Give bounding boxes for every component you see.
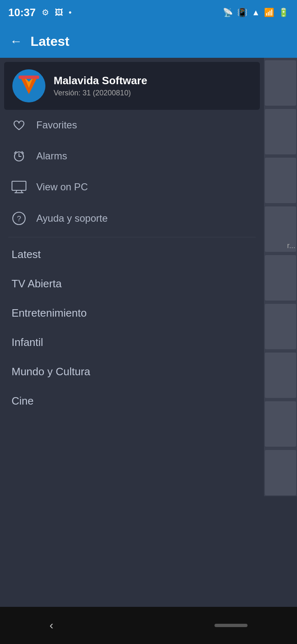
- thumb-text: r...: [287, 242, 295, 250]
- view-on-pc-label: View on PC: [36, 181, 88, 193]
- nav-home-indicator[interactable]: [214, 624, 248, 627]
- content-thumb-8: [265, 401, 296, 447]
- avatar: [12, 69, 45, 102]
- content-thumb-3: [265, 158, 296, 203]
- profile-name: Malavida Software: [54, 74, 252, 87]
- content-thumb-5: [265, 255, 296, 301]
- profile-version: Versión: 31 (20200810): [54, 89, 252, 97]
- svg-rect-3: [19, 76, 39, 79]
- category-infantil-label: Infantil: [12, 336, 43, 348]
- content-thumb-6: [265, 304, 296, 349]
- status-bar: 10:37 ⚙ 🖼 • 📡 📳 ▲ 📶 🔋: [0, 0, 297, 25]
- category-item-cine[interactable]: Cine: [0, 386, 264, 416]
- heart-icon: [12, 119, 26, 131]
- help-label: Ayuda y soporte: [36, 213, 108, 224]
- back-button[interactable]: ←: [10, 34, 22, 48]
- menu-item-view-on-pc[interactable]: View on PC: [0, 172, 264, 202]
- profile-info: Malavida Software Versión: 31 (20200810): [54, 74, 252, 97]
- category-item-entretenimiento[interactable]: Entretenimiento: [0, 298, 264, 328]
- monitor-icon: [12, 181, 26, 193]
- category-item-latest[interactable]: Latest: [0, 240, 264, 269]
- menu-item-help[interactable]: ? Ayuda y soporte: [0, 202, 264, 234]
- bottom-nav: ‹: [0, 607, 297, 644]
- content-preview-panel: r...: [264, 58, 297, 496]
- menu-divider: [8, 237, 256, 237]
- content-thumb-9: [265, 450, 296, 495]
- content-thumb-1: [265, 60, 296, 106]
- settings-icon: ⚙: [42, 7, 49, 17]
- menu-panel: Malavida Software Versión: 31 (20200810)…: [0, 58, 264, 496]
- category-latest-label: Latest: [12, 248, 41, 260]
- category-cine-label: Cine: [12, 395, 33, 407]
- nav-back-button[interactable]: ‹: [50, 619, 53, 632]
- page-title: Latest: [31, 34, 69, 49]
- clock-icon: [12, 149, 26, 163]
- menu-item-favorites[interactable]: Favorites: [0, 110, 264, 140]
- category-item-mundo-y-cultura[interactable]: Mundo y Cultura: [0, 357, 264, 386]
- content-thumb-4: r...: [265, 206, 296, 252]
- profile-header[interactable]: Malavida Software Versión: 31 (20200810): [4, 62, 260, 110]
- category-mundo-y-cultura-label: Mundo y Cultura: [12, 365, 90, 378]
- menu-item-alarms[interactable]: Alarms: [0, 140, 264, 172]
- content-thumb-7: [265, 353, 296, 398]
- signal-icon: 📶: [264, 7, 274, 17]
- category-entretenimiento-label: Entretenimiento: [12, 307, 87, 319]
- battery-icon: 🔋: [278, 7, 289, 17]
- status-time: 10:37: [8, 6, 36, 19]
- vibrate-icon: 📳: [237, 7, 248, 17]
- status-left: 10:37 ⚙ 🖼 •: [8, 6, 72, 19]
- question-icon: ?: [12, 211, 26, 225]
- status-right: 📡 📳 ▲ 📶 🔋: [223, 7, 289, 17]
- gallery-icon: 🖼: [55, 8, 63, 17]
- app-bar: ← Latest: [0, 25, 297, 58]
- favorites-label: Favorites: [36, 119, 77, 131]
- category-item-infantil[interactable]: Infantil: [0, 328, 264, 357]
- cast-icon: 📡: [223, 7, 233, 17]
- content-thumb-2: [265, 109, 296, 154]
- drawer-panel: Malavida Software Versión: 31 (20200810)…: [0, 58, 297, 496]
- svg-text:?: ?: [17, 215, 21, 223]
- notification-dot: •: [69, 8, 72, 17]
- wifi-icon: ▲: [252, 8, 260, 17]
- category-item-tv-abierta[interactable]: TV Abierta: [0, 269, 264, 298]
- svg-rect-9: [12, 181, 26, 190]
- category-tv-abierta-label: TV Abierta: [12, 277, 61, 290]
- alarms-label: Alarms: [36, 150, 67, 162]
